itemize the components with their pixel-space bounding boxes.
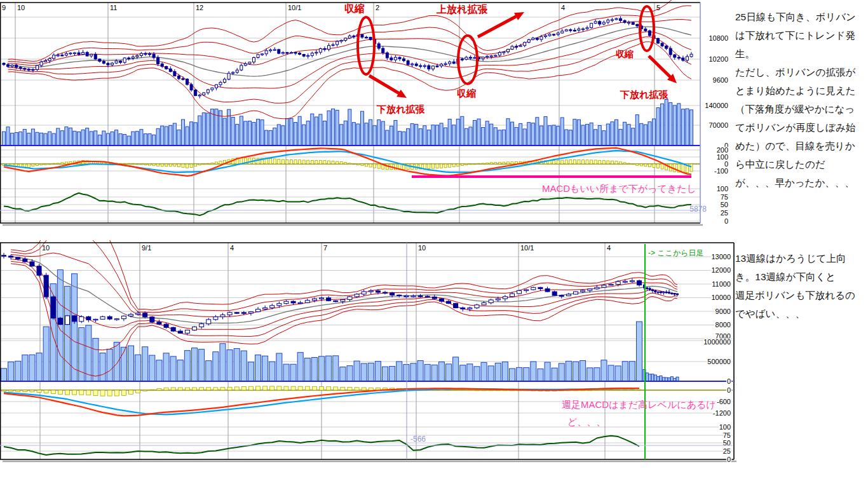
note-line: でやばい、、、	[735, 304, 866, 323]
screenshot-root: 910111210/123451080010200960014000070000…	[0, 0, 868, 488]
y-axis-tick-label: 10800	[709, 34, 728, 42]
x-axis-month-label: 4	[607, 244, 611, 252]
weekly-candles	[2, 253, 679, 335]
y-axis-tick-label: -600	[717, 398, 731, 405]
annotation-text: 下放れ拡張	[376, 104, 425, 115]
y-axis-tick-label: 0	[727, 377, 731, 385]
y-axis-tick-label: 8000	[715, 321, 731, 329]
daily-rsi-line	[4, 193, 691, 215]
annotation-arrow	[478, 15, 519, 37]
daily-volume-bars	[0, 99, 700, 146]
note-line: き。13週線が下向くと	[735, 268, 866, 286]
annotation-text: MACDもいい所まで下がってきたし	[542, 183, 696, 194]
x-axis-month-label: 2	[376, 4, 379, 11]
y-axis-tick-label: 75	[723, 431, 731, 439]
x-axis-month-label: 9	[2, 4, 6, 11]
x-axis-month-label: 4	[561, 4, 565, 11]
x-axis-month-label: 10/1	[520, 244, 534, 252]
weekly-y-axis-labels: 1300012000110001000090008000700010000005…	[703, 253, 731, 463]
x-axis-month-label: 11	[110, 4, 117, 11]
annotation-arrow	[369, 76, 402, 95]
daily-notes: 25日線も下向き、ボリバン は下放れて下にトレンド発 生。 ただし、ボリバンの拡…	[735, 8, 866, 192]
y-axis-tick-label: 25	[721, 209, 728, 217]
y-axis-tick-label: 70000	[709, 121, 728, 129]
daily-chart: 910111210/123451080010200960014000070000…	[0, 0, 731, 230]
annotation-text: ど、、、	[567, 416, 606, 427]
x-axis-month-label: 4	[230, 244, 234, 252]
y-axis-tick-label: 12000	[711, 266, 731, 274]
x-axis-month-label: 10	[17, 4, 25, 11]
annotation-text: -566	[410, 435, 426, 444]
x-axis-month-label: 7	[323, 244, 327, 252]
y-axis-tick-label: 9000	[715, 308, 731, 315]
x-axis-month-label: 10	[418, 244, 426, 252]
y-axis-tick-label: 0	[727, 456, 731, 463]
y-axis-tick-label: 75	[721, 193, 728, 201]
weekly-chart-svg: 109/1471010/1413000120001100010000900080…	[0, 240, 737, 472]
weekly-volume-bars	[0, 270, 733, 381]
y-axis-tick-label: 140000	[705, 102, 728, 109]
daily-macd-panel	[0, 148, 700, 176]
annotation-ellipse	[358, 17, 374, 74]
y-axis-tick-label: -1200	[713, 409, 731, 417]
note-line: 週足ボリバンも下放れるの	[735, 286, 866, 304]
annotation-text: 上放れ拡張	[436, 4, 487, 15]
annotation-text: 週足MACDはまだ高レベルにあるけ	[562, 399, 716, 410]
weekly-notes: 13週線はかろうじて上向 き。13週線が下向くと 週足ボリバンも下放れるの でや…	[735, 249, 866, 323]
note-line: は下放れて下にトレンド発	[735, 26, 866, 44]
y-axis-tick-label: 1000000	[703, 338, 731, 346]
y-axis-tick-label: 10000	[711, 294, 731, 301]
weekly-chart: 109/1471010/1413000120001100010000900080…	[0, 240, 737, 472]
note-line: ただし、ボリバンの拡張が	[735, 63, 866, 81]
y-axis-tick-label: 10200	[709, 55, 728, 63]
daily-candles	[3, 16, 693, 98]
x-axis-month-label: 10	[42, 244, 50, 252]
note-line: が、、、早かったか、、、	[735, 173, 866, 192]
annotation-text: 収縮	[616, 49, 634, 59]
y-axis-tick-label: 500000	[707, 358, 731, 365]
x-axis-month-label: 10/1	[288, 4, 301, 11]
daily-y-axis-labels: 108001020096001400007000002001000-100100…	[705, 34, 728, 225]
note-line: 13週線はかろうじて上向	[735, 249, 866, 268]
y-axis-tick-label: 50	[721, 201, 728, 208]
y-axis-tick-label: -100	[714, 167, 728, 175]
x-axis-month-label: 12	[196, 4, 203, 11]
y-axis-tick-label: 100	[717, 185, 728, 193]
annotation-arrow	[649, 56, 673, 79]
y-axis-tick-label: 13000	[711, 253, 731, 261]
y-axis-tick-label: 0	[727, 386, 731, 394]
annotation-text: 収縮	[344, 3, 365, 14]
annotation-text: 収縮	[457, 88, 476, 98]
x-axis-month-label: 9/1	[142, 244, 151, 252]
note-line: 生。	[735, 44, 866, 63]
annotation-text: 下放れ拡張	[620, 89, 668, 100]
y-axis-tick-label: 0	[724, 217, 728, 225]
note-line: とまり始めたように見えた	[735, 81, 866, 100]
daily-annotations: 収縮下放れ拡張上放れ拡張収縮収縮下放れ拡張MACDもいい所まで下がってきたし58…	[0, 3, 707, 214]
annotation-text: 5878	[689, 205, 707, 214]
note-line: （下落角度が緩やかになっ	[735, 100, 866, 118]
y-axis-tick-label: 100	[719, 423, 731, 431]
note-line: めた）ので、目線を売りか	[735, 137, 866, 155]
note-line: 25日線も下向き、ボリバン	[735, 8, 866, 26]
annotation-text: -> ここから日足	[648, 248, 703, 257]
daily-chart-svg: 910111210/123451080010200960014000070000…	[0, 0, 731, 230]
y-axis-tick-label: 25	[723, 447, 731, 455]
note-line: ら中立に戻したのだ	[735, 155, 866, 173]
y-axis-tick-label: 9600	[713, 76, 728, 84]
x-axis-month-label: 5	[656, 4, 660, 11]
y-axis-tick-label: 11000	[712, 280, 731, 288]
note-line: てボリバンが再度しぼみ始	[735, 118, 866, 137]
